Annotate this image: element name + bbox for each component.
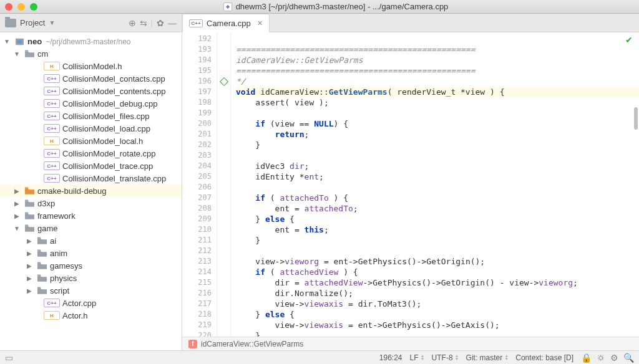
title-path: [~/prj/dhewm3-master/neo]: [268, 2, 365, 11]
layout-icon[interactable]: ▭: [5, 353, 13, 363]
close-icon[interactable]: ✕: [257, 19, 263, 27]
tree-file[interactable]: C++Actor.cpp: [0, 297, 182, 309]
module-icon: [14, 37, 25, 46]
tree-folder-cm[interactable]: cm: [0, 47, 182, 60]
file-label: Actor.h: [62, 311, 182, 320]
folder-icon: [24, 212, 35, 219]
editor-tabs: C++ Camera.cpp ✕: [182, 14, 639, 32]
file-label: Actor.cpp: [62, 299, 182, 308]
memory-icon[interactable]: ⚙: [610, 353, 618, 363]
tab-label: Camera.cpp: [207, 19, 251, 28]
expand-icon[interactable]: [12, 213, 21, 219]
project-icon: ◆: [223, 2, 232, 11]
folder-icon: [36, 237, 47, 244]
tree-file[interactable]: C++CollisionModel_translate.cpp: [0, 172, 182, 184]
target-icon[interactable]: ⊕: [129, 18, 136, 28]
cpp-icon: C++: [44, 161, 60, 170]
folder-icon: [24, 187, 35, 194]
line-separator[interactable]: LF ‡: [410, 353, 424, 362]
cpp-icon: C++: [44, 124, 60, 133]
tree-file[interactable]: C++CollisionModel_load.cpp: [0, 122, 182, 135]
sidebar-title[interactable]: Project: [20, 18, 45, 27]
folder-icon: [36, 274, 47, 282]
tree-root[interactable]: neo~/prj/dhewm3-master/neo: [0, 35, 182, 47]
tree-file[interactable]: C++CollisionModel_debug.cpp: [0, 97, 182, 110]
tree-file[interactable]: HCollisionModel.h: [0, 60, 182, 72]
h-icon: H: [44, 311, 60, 320]
folder-label: game: [37, 224, 182, 233]
folder-label: d3xp: [37, 199, 182, 208]
folder-icon: [36, 249, 47, 257]
collapse-icon[interactable]: ⇆: [140, 18, 147, 28]
tree-folder[interactable]: d3xp: [0, 197, 182, 209]
code-viewport[interactable]: ========================================…: [231, 32, 639, 337]
window-titlebar: ◆ dhewm3 [~/prj/dhewm3-master/neo] - ...…: [0, 0, 639, 14]
override-marker-icon[interactable]: [219, 77, 228, 85]
tree-folder[interactable]: gamesys: [0, 259, 182, 272]
lock-icon[interactable]: 🔒: [581, 353, 592, 363]
window-controls: [5, 3, 37, 11]
expand-icon[interactable]: [12, 200, 21, 207]
project-tree[interactable]: neo~/prj/dhewm3-master/neo cm HCollision…: [0, 32, 182, 350]
inspection-ok-icon[interactable]: ✔: [625, 35, 633, 45]
caret-position[interactable]: 196:24: [379, 353, 402, 362]
expand-icon[interactable]: [25, 262, 34, 269]
maximize-button[interactable]: [30, 3, 37, 11]
tree-folder[interactable]: framework: [0, 209, 182, 222]
tree-file[interactable]: C++CollisionModel_files.cpp: [0, 110, 182, 122]
expand-icon[interactable]: [2, 38, 11, 45]
tree-file[interactable]: HCollisionModel_local.h: [0, 135, 182, 147]
minimize-button[interactable]: [17, 3, 25, 11]
folder-icon: [24, 199, 35, 207]
folder-label: framework: [37, 211, 182, 221]
tree-folder[interactable]: ai: [0, 234, 182, 247]
tree-folder[interactable]: anim: [0, 247, 182, 259]
tree-folder[interactable]: script: [0, 284, 182, 297]
cpp-icon: C++: [44, 174, 60, 183]
cpp-icon: C++: [44, 99, 60, 108]
line-gutter[interactable]: 1921931941951961971981992002012022032042…: [182, 32, 217, 337]
expand-icon[interactable]: [25, 237, 34, 244]
file-label: CollisionModel_load.cpp: [62, 124, 182, 133]
expand-icon[interactable]: [25, 250, 34, 257]
tree-file[interactable]: HActor.h: [0, 309, 182, 322]
scrollbar-thumb[interactable]: [634, 107, 638, 130]
project-folder-icon: [5, 19, 16, 27]
expand-icon[interactable]: [25, 287, 34, 294]
dropdown-icon[interactable]: ▼: [49, 19, 55, 26]
tree-folder[interactable]: physics: [0, 272, 182, 284]
tree-file[interactable]: C++CollisionModel_rotate.cpp: [0, 147, 182, 160]
context[interactable]: Context: base [D]: [515, 353, 573, 362]
title-tail: - .../game/Camera.cpp: [368, 2, 448, 11]
tree-file[interactable]: C++CollisionModel_contacts.cpp: [0, 72, 182, 85]
people-icon[interactable]: ⛭: [597, 353, 605, 363]
close-button[interactable]: [5, 3, 12, 11]
gear-icon[interactable]: ✿: [157, 18, 164, 28]
tab-camera-cpp[interactable]: C++ Camera.cpp ✕: [182, 14, 270, 32]
editor-body[interactable]: 1921931941951961971981992002012022032042…: [182, 32, 639, 337]
hide-icon[interactable]: —: [168, 18, 177, 28]
git-branch[interactable]: Git: master ‡: [466, 353, 509, 362]
folder-label: anim: [50, 249, 182, 258]
editor-area: C++ Camera.cpp ✕ 19219319419519619719819…: [182, 14, 639, 350]
expand-icon[interactable]: [12, 188, 21, 194]
expand-icon[interactable]: [12, 225, 21, 232]
cpp-icon: C++: [44, 299, 60, 307]
file-label: CollisionModel_local.h: [62, 136, 182, 146]
expand-icon[interactable]: [25, 275, 34, 282]
encoding[interactable]: UTF-8 ‡: [432, 353, 459, 362]
title-project: dhewm3: [236, 2, 266, 11]
tree-file[interactable]: C++CollisionModel_trace.cpp: [0, 160, 182, 172]
tree-folder[interactable]: cmake-build-debug: [0, 184, 182, 197]
marker-gutter[interactable]: [217, 32, 231, 337]
sidebar-header: Project ▼ ⊕ ⇆ | ✿ —: [0, 14, 182, 32]
search-icon[interactable]: 🔍: [623, 353, 634, 363]
tree-file[interactable]: C++CollisionModel_contents.cpp: [0, 85, 182, 97]
root-name: neo: [27, 37, 42, 46]
tree-folder-game[interactable]: game: [0, 222, 182, 234]
expand-icon[interactable]: [12, 50, 21, 57]
h-icon: H: [44, 62, 60, 70]
folder-label: cm: [37, 49, 182, 59]
breadcrumb[interactable]: f idCameraView::GetViewParms: [182, 337, 639, 350]
svg-rect-1: [17, 40, 22, 43]
